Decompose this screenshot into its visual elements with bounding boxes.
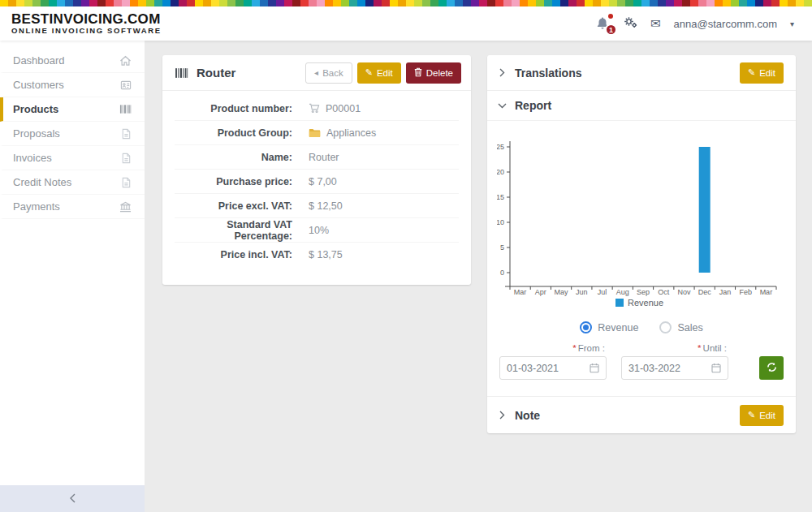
svg-text:Feb: Feb — [739, 288, 752, 296]
svg-text:Jul: Jul — [598, 288, 607, 296]
id-card-icon — [120, 80, 132, 91]
svg-text:25: 25 — [497, 143, 504, 151]
brand-subtitle: ONLINE INVOICING SOFTWARE — [11, 27, 162, 36]
notification-dot — [608, 14, 613, 19]
page-title: Router — [197, 66, 235, 80]
app-header: BESTINVOICING.COM ONLINE INVOICING SOFTW… — [0, 6, 812, 41]
brand-title: BESTINVOICING.COM — [11, 11, 162, 28]
svg-text:Jun: Jun — [576, 288, 588, 296]
svg-text:Dec: Dec — [698, 288, 712, 296]
field-purchase-price: Purchase price: $ 7,00 — [175, 170, 459, 194]
edit-product-button[interactable]: ✎ Edit — [357, 62, 401, 84]
file-pdf-icon — [121, 128, 132, 140]
cart-icon — [309, 103, 320, 114]
from-label: *From : — [499, 343, 607, 356]
field-product-group: Product Group: Appliances — [175, 121, 459, 145]
sidebar-collapse-button[interactable] — [0, 485, 145, 512]
brand-logo[interactable]: BESTINVOICING.COM ONLINE INVOICING SOFTW… — [11, 11, 162, 36]
product-detail-card: Router ◂ Back ✎ Edit Delete — [162, 55, 471, 285]
svg-text:0: 0 — [500, 269, 504, 277]
delete-product-button[interactable]: Delete — [406, 62, 461, 84]
sidebar-item-label: Invoices — [13, 152, 52, 164]
edit-translations-button[interactable]: ✎ Edit — [740, 62, 784, 84]
report-type-radios: Revenue Sales — [487, 316, 796, 335]
notifications-button[interactable]: 1 — [596, 16, 611, 31]
settings-cogs-icon[interactable] — [624, 16, 637, 32]
svg-text:Sep: Sep — [637, 288, 650, 296]
sidebar-item-payments[interactable]: Payments — [0, 195, 145, 219]
sidebar-item-customers[interactable]: Customers — [0, 73, 145, 97]
file-pdf-icon — [121, 153, 132, 164]
from-date-input[interactable]: 01-03-2021 — [499, 356, 607, 380]
back-arrow-icon: ◂ — [314, 68, 318, 77]
svg-text:Jan: Jan — [719, 288, 732, 296]
chevron-left-icon — [69, 492, 76, 506]
translations-section-header[interactable]: Translations ✎ Edit — [487, 55, 796, 91]
folder-icon — [309, 128, 321, 138]
calendar-icon — [590, 363, 599, 373]
chevron-down-icon — [499, 101, 505, 110]
note-section-header[interactable]: Note ✎ Edit — [487, 396, 796, 433]
back-button[interactable]: ◂ Back — [305, 62, 352, 84]
sidebar-item-dashboard[interactable]: Dashboard — [0, 49, 145, 73]
edit-note-button[interactable]: ✎ Edit — [740, 405, 784, 426]
user-menu-caret-icon[interactable]: ▾ — [790, 19, 794, 28]
sidebar-item-label: Dashboard — [13, 54, 65, 67]
radio-circle-icon — [659, 321, 672, 333]
calendar-icon — [711, 363, 721, 373]
radio-circle-icon — [580, 321, 592, 333]
barcode-icon — [175, 67, 188, 79]
pencil-icon: ✎ — [748, 410, 755, 420]
radio-sales[interactable]: Sales — [659, 321, 702, 333]
file-pdf-icon — [121, 177, 132, 188]
notification-badge: 1 — [605, 24, 617, 36]
sidebar: Dashboard Customers Products Proposals I… — [0, 41, 145, 512]
sidebar-item-label: Credit Notes — [13, 176, 71, 188]
rainbow-top-stripe — [0, 0, 812, 6]
right-panel-card: Translations ✎ Edit Report 0510152025Mar… — [487, 55, 796, 433]
field-price-incl-vat: Price incl. VAT: $ 13,75 — [175, 243, 459, 267]
home-icon — [119, 55, 132, 67]
radio-revenue[interactable]: Revenue — [580, 321, 638, 333]
until-date-input[interactable]: 31-03-2022 — [621, 356, 728, 380]
svg-text:Mar: Mar — [514, 288, 527, 296]
sidebar-item-label: Payments — [13, 200, 60, 213]
sidebar-item-label: Proposals — [13, 127, 60, 140]
sidebar-item-credit-notes[interactable]: Credit Notes — [0, 170, 145, 195]
svg-text:Apr: Apr — [535, 288, 546, 296]
svg-text:10: 10 — [497, 218, 504, 226]
svg-text:Mar: Mar — [760, 288, 773, 296]
svg-text:Nov: Nov — [677, 288, 691, 296]
report-section-header[interactable]: Report — [487, 91, 796, 121]
field-vat-percentage: Standard VAT Percentage: 10% — [175, 218, 459, 243]
pencil-icon: ✎ — [748, 67, 755, 78]
bar-chart-svg: 0510152025MarAprMayJunJulAugSepOctNovDec… — [497, 131, 786, 313]
svg-text:Aug: Aug — [616, 288, 629, 296]
field-price-excl-vat: Price excl. VAT: $ 12,50 — [175, 194, 459, 218]
svg-text:Revenue: Revenue — [628, 298, 663, 308]
svg-text:20: 20 — [497, 168, 504, 176]
sidebar-item-proposals[interactable]: Proposals — [0, 122, 145, 146]
sidebar-item-label: Products — [13, 103, 58, 115]
mail-icon[interactable]: ✉ — [650, 16, 661, 31]
field-name: Name: Router — [175, 145, 459, 170]
date-range-controls: *From : 01-03-2021 *Until : 31-03-2022 — [487, 335, 796, 396]
refresh-report-button[interactable] — [759, 356, 784, 380]
product-group-link[interactable]: Appliances — [326, 127, 376, 139]
sidebar-item-products[interactable]: Products — [0, 97, 145, 122]
user-email[interactable]: anna@starcomm.com — [674, 18, 777, 30]
field-product-number: Product number: P00001 — [175, 97, 459, 121]
main-content: Router ◂ Back ✎ Edit Delete — [145, 41, 812, 512]
refresh-icon — [767, 362, 777, 375]
sidebar-item-invoices[interactable]: Invoices — [0, 146, 145, 170]
bank-icon — [119, 201, 132, 213]
sidebar-item-label: Customers — [13, 79, 64, 91]
svg-text:5: 5 — [500, 243, 504, 252]
chevron-right-icon — [499, 411, 505, 419]
until-label: *Until : — [621, 343, 728, 356]
trash-icon — [414, 67, 422, 79]
svg-text:Oct: Oct — [658, 288, 670, 296]
barcode-icon — [119, 104, 132, 114]
chevron-right-icon — [499, 68, 505, 77]
sidebar-spacer — [0, 219, 145, 485]
